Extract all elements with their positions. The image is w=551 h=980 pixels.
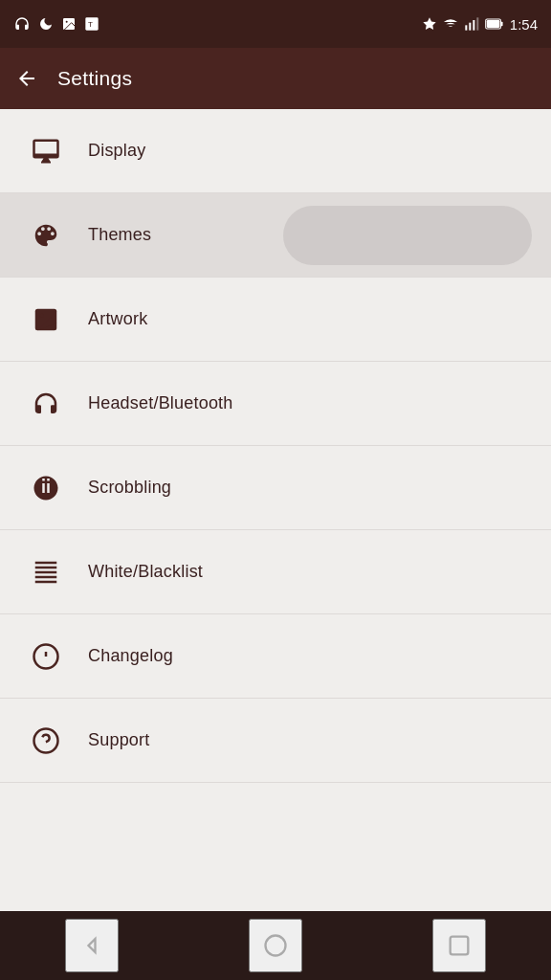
support-icon xyxy=(23,718,69,764)
settings-item-artwork[interactable]: Artwork xyxy=(0,278,551,362)
settings-list: Display Themes Artwork Headset/Bluetooth… xyxy=(0,109,551,911)
whitelist-icon xyxy=(23,549,69,595)
back-button[interactable] xyxy=(15,67,38,90)
settings-item-scrobbling[interactable]: Scrobbling xyxy=(0,446,551,530)
settings-item-support[interactable]: Support xyxy=(0,699,551,783)
whitelist-label: White/Blacklist xyxy=(88,562,203,582)
svg-rect-5 xyxy=(465,25,467,30)
wifi-icon xyxy=(443,16,458,32)
status-bar: T 1:54 xyxy=(0,0,551,48)
changelog-icon xyxy=(23,634,69,679)
svg-rect-21 xyxy=(451,937,469,955)
changelog-label: Changelog xyxy=(88,646,173,666)
themes-icon xyxy=(23,212,69,258)
headphone-icon xyxy=(13,15,31,33)
svg-rect-8 xyxy=(476,17,478,30)
status-bar-right-icons: 1:54 xyxy=(422,16,538,33)
settings-item-display[interactable]: Display xyxy=(0,109,551,193)
scrobbling-label: Scrobbling xyxy=(88,478,171,498)
svg-rect-11 xyxy=(487,20,500,28)
svg-rect-7 xyxy=(473,20,474,31)
artwork-icon xyxy=(23,297,69,343)
settings-item-themes[interactable]: Themes xyxy=(0,193,551,278)
svg-rect-6 xyxy=(469,23,471,31)
svg-point-1 xyxy=(66,21,68,23)
image-icon xyxy=(61,16,77,32)
battery-icon xyxy=(485,17,504,31)
settings-item-headset[interactable]: Headset/Bluetooth xyxy=(0,362,551,446)
nav-recent-button[interactable] xyxy=(432,919,486,972)
svg-point-13 xyxy=(40,313,44,317)
nav-bar xyxy=(0,911,551,980)
settings-item-changelog[interactable]: Changelog xyxy=(0,614,551,699)
themes-label: Themes xyxy=(88,225,151,245)
ripple-effect xyxy=(283,206,532,265)
status-bar-left-icons: T xyxy=(13,15,99,33)
nav-back-button[interactable] xyxy=(65,919,119,972)
headset-icon xyxy=(23,381,69,427)
display-label: Display xyxy=(88,141,145,161)
t-icon: T xyxy=(84,16,99,32)
star-icon xyxy=(422,16,437,32)
signal-icon xyxy=(464,16,479,32)
svg-marker-19 xyxy=(89,939,96,952)
svg-marker-4 xyxy=(423,17,435,30)
settings-title: Settings xyxy=(57,67,132,90)
svg-text:T: T xyxy=(88,20,93,29)
nav-home-button[interactable] xyxy=(249,919,302,972)
settings-item-whitelist[interactable]: White/Blacklist xyxy=(0,530,551,614)
headset-label: Headset/Bluetooth xyxy=(88,393,233,413)
support-label: Support xyxy=(88,730,149,750)
status-time: 1:54 xyxy=(510,16,538,33)
svg-rect-10 xyxy=(500,22,502,26)
display-icon xyxy=(23,128,69,174)
svg-point-20 xyxy=(266,936,286,956)
scrobbling-icon xyxy=(23,465,69,511)
app-bar: Settings xyxy=(0,48,551,109)
artwork-label: Artwork xyxy=(88,309,147,329)
moon-icon xyxy=(38,16,54,32)
